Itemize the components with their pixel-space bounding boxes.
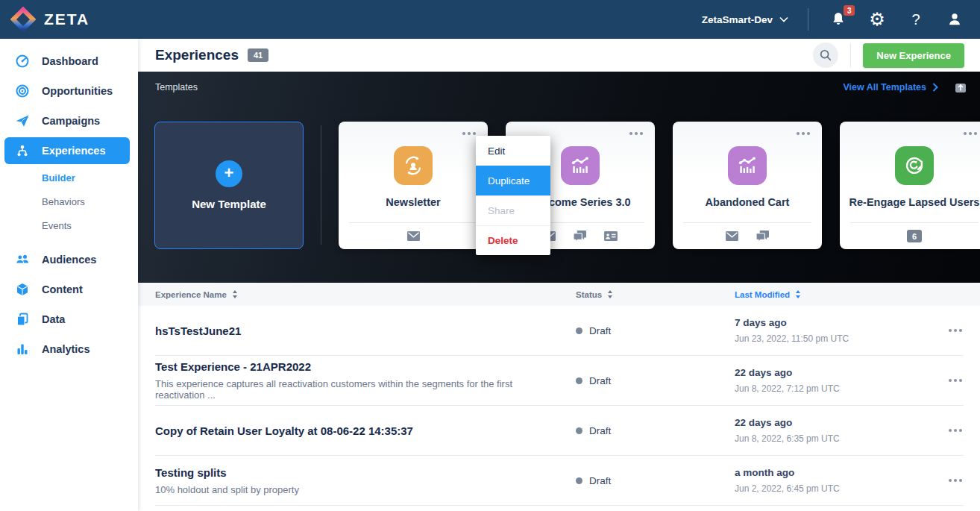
sidebar-item-campaigns[interactable]: Campaigns: [0, 106, 138, 136]
cards-divider: [321, 125, 321, 245]
notifications-button[interactable]: 3: [828, 9, 849, 30]
status-text: Draft: [589, 425, 611, 436]
chat-icon: [756, 230, 770, 242]
account-button[interactable]: [944, 9, 965, 30]
card-menu-icon[interactable]: [629, 132, 643, 135]
sidebar-item-label: Dashboard: [42, 55, 98, 67]
contact-card-icon: [603, 231, 618, 242]
sidebar-item-label: Data: [42, 313, 65, 325]
mail-icon: [725, 231, 739, 242]
column-header-last-modified[interactable]: Last Modified: [735, 290, 936, 299]
template-card-abandoned-cart[interactable]: Abandoned Cart: [673, 122, 822, 249]
experience-name-link[interactable]: Testing splits: [155, 466, 553, 479]
row-menu-icon[interactable]: [947, 325, 964, 336]
sidebar-subitem-builder[interactable]: Builder: [0, 166, 138, 189]
brand-name: ZETA: [44, 10, 89, 28]
experiences-table: Experience Name Status Last Modified hsT…: [138, 283, 980, 506]
experience-name-link[interactable]: Test Experience - 21APR2022: [155, 360, 553, 373]
search-icon: [819, 48, 832, 62]
modified-timestamp: Jun 8, 2022, 7:12 pm UTC: [735, 383, 936, 394]
collapse-section-icon[interactable]: [955, 82, 967, 93]
target-icon: [15, 84, 30, 98]
help-button[interactable]: ?: [905, 9, 926, 30]
sidebar-item-opportunities[interactable]: Opportunities: [0, 76, 138, 106]
workspace-selector[interactable]: ZetaSmart-Dev: [702, 14, 788, 25]
column-header-status[interactable]: Status: [576, 290, 735, 299]
card-menu-icon[interactable]: [797, 132, 810, 135]
help-icon: ?: [911, 11, 920, 28]
status-dot: [576, 327, 582, 334]
status-text: Draft: [589, 325, 611, 336]
template-card-reengage[interactable]: Re-Engage Lapsed Users 6: [840, 122, 980, 249]
zeta-logo[interactable]: ZETA: [0, 7, 89, 32]
top-navbar: ZETA ZetaSmart-Dev 3 ⚙ ?: [0, 0, 980, 39]
template-cards-row: + New Template Newsletter: [154, 122, 980, 249]
bar-chart-icon: [15, 342, 30, 357]
chevron-down-icon: [779, 16, 788, 22]
status-text: Draft: [589, 475, 611, 486]
experiences-tree-icon: [15, 143, 30, 158]
menu-item-duplicate[interactable]: Duplicate: [476, 166, 550, 195]
zeta-diamond-icon: [10, 7, 36, 32]
chart-icon: [728, 146, 767, 185]
search-button[interactable]: [813, 43, 838, 68]
sidebar-item-label: Content: [42, 283, 83, 295]
templates-section-label: Templates: [155, 82, 198, 93]
modified-relative: 7 days ago: [735, 317, 936, 328]
notification-count-badge: 3: [844, 5, 855, 16]
sidebar-item-label: Audiences: [42, 254, 96, 266]
stacked-docs-icon: [15, 312, 30, 327]
card-menu-icon[interactable]: [964, 132, 977, 135]
sidebar-item-dashboard[interactable]: Dashboard: [0, 46, 138, 76]
page-header: Experiences 41 New Experience: [138, 39, 980, 72]
experience-count-badge: 41: [248, 48, 268, 62]
gear-icon: ⚙: [869, 10, 885, 28]
settings-button[interactable]: ⚙: [867, 9, 888, 30]
plus-icon: +: [216, 160, 242, 187]
menu-item-share: Share: [476, 195, 550, 225]
sidebar-subitem-behaviors[interactable]: Behaviors: [0, 189, 138, 213]
header-divider: [850, 43, 851, 67]
card-menu-icon[interactable]: [462, 132, 476, 135]
template-name: Re-Engage Lapsed Users: [846, 196, 980, 208]
table-row: Testing splits 10% holdout and split by …: [155, 456, 964, 506]
sidebar-item-label: Opportunities: [42, 85, 113, 97]
sidebar-item-label: Campaigns: [42, 115, 100, 127]
sidebar-item-content[interactable]: Content: [0, 275, 138, 304]
new-template-card[interactable]: + New Template: [154, 122, 304, 249]
row-menu-icon[interactable]: [947, 424, 964, 436]
row-menu-icon[interactable]: [947, 474, 964, 486]
experience-name-link[interactable]: hsTsTestJune21: [155, 325, 553, 337]
column-label: Last Modified: [735, 290, 790, 299]
experience-name-link[interactable]: Copy of Retain User Loyalty at 08-06-22 …: [155, 424, 553, 437]
status-dot: [576, 427, 582, 434]
status-text: Draft: [589, 375, 611, 386]
sidebar-item-experiences[interactable]: Experiences: [4, 137, 130, 164]
templates-section: Templates View All Templates + New Templ…: [138, 72, 980, 283]
sidebar-item-analytics[interactable]: Analytics: [0, 334, 138, 364]
view-all-templates-link[interactable]: View All Templates: [843, 82, 938, 93]
table-header: Experience Name Status Last Modified: [138, 283, 980, 306]
reengage-icon: [895, 146, 934, 185]
menu-item-delete[interactable]: Delete: [476, 225, 550, 255]
paper-plane-icon: [15, 113, 30, 128]
sidebar-subitem-label: Behaviors: [42, 196, 85, 207]
sort-icon: [233, 290, 237, 298]
navbar-divider: [808, 8, 808, 31]
sidebar-item-audiences[interactable]: Audiences: [0, 245, 138, 275]
modified-relative: 22 days ago: [735, 367, 936, 378]
row-menu-icon[interactable]: [947, 374, 964, 386]
sidebar-subitem-events[interactable]: Events: [0, 213, 138, 237]
card-context-menu: Edit Duplicate Share Delete: [476, 136, 550, 255]
new-experience-button[interactable]: New Experience: [863, 43, 964, 68]
table-row: Test Experience - 21APR2022 This experie…: [155, 356, 964, 406]
column-header-experience-name[interactable]: Experience Name: [155, 290, 576, 299]
sidebar-item-data[interactable]: Data: [0, 304, 138, 334]
column-label: Status: [576, 290, 602, 299]
sort-icon: [608, 290, 612, 298]
template-card-newsletter[interactable]: Newsletter: [339, 122, 488, 249]
channel-count-badge: 6: [907, 230, 922, 242]
lifecycle-icon: [394, 146, 433, 185]
menu-item-edit[interactable]: Edit: [476, 136, 550, 166]
table-row: Copy of Retain User Loyalty at 08-06-22 …: [155, 406, 964, 456]
